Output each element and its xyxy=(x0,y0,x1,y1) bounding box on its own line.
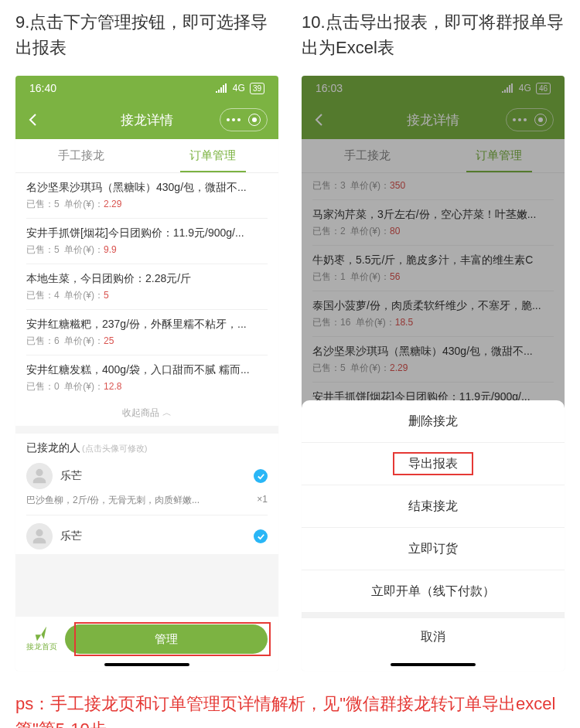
content-area: 已售：3 单价(¥)：350 马家沟芹菜，3斤左右/份，空心芹菜！叶茎嫩... … xyxy=(302,173,565,411)
product-list: 名沙坚果沙琪玛（黑糖味）430g/包，微甜不... 已售：5 单价(¥)：2.2… xyxy=(15,173,278,400)
product-meta: 已售：2 单价(¥)：80 xyxy=(312,225,554,238)
product-item[interactable]: 马家沟芹菜，3斤左右/份，空心芹菜！叶茎嫩... 已售：2 单价(¥)：80 xyxy=(312,200,554,246)
product-meta: 已售：5 单价(¥)：2.29 xyxy=(26,198,268,211)
sheet-delete[interactable]: 删除接龙 xyxy=(302,400,565,443)
participants-box: 已接龙的人(点击头像可修改) 乐芒 巴沙鱼柳，2斤/份，无骨无刺，肉质鲜嫩...… xyxy=(15,434,278,554)
signal-icon xyxy=(502,83,514,93)
more-icon[interactable] xyxy=(227,118,241,121)
network-label: 4G xyxy=(519,83,531,94)
sheet-open-offline[interactable]: 立即开单（线下付款） xyxy=(302,570,565,613)
product-name: 名沙坚果沙琪玛（黑糖味）430g/包，微甜不... xyxy=(312,345,554,359)
avatar[interactable] xyxy=(26,523,53,549)
tabs: 手工接龙 订单管理 xyxy=(302,139,565,173)
home-button[interactable]: 接龙首页 xyxy=(26,626,57,652)
check-icon xyxy=(254,529,268,543)
back-icon[interactable] xyxy=(312,113,326,127)
participant-order: 巴沙鱼柳，2斤/份，无骨无刺，肉质鲜嫩...×1 xyxy=(26,494,268,515)
screenshot-step-9: 16:40 4G 39 接龙详情 手工接龙 订单管理 xyxy=(15,76,278,671)
participants-header: 已接龙的人(点击头像可修改) xyxy=(26,441,268,455)
product-item[interactable]: 已售：3 单价(¥)：350 xyxy=(312,173,554,200)
status-time: 16:40 xyxy=(29,82,56,94)
close-target-icon[interactable] xyxy=(534,114,547,126)
battery-indicator: 39 xyxy=(250,83,264,94)
chevron-up-icon: ︿ xyxy=(162,407,172,420)
product-meta: 已售：3 单价(¥)：350 xyxy=(312,179,554,192)
product-name: 牛奶枣，5.5元/斤，脆皮多汁，丰富的维生素C xyxy=(312,253,554,267)
product-item[interactable]: 本地生菜，今日团购价：2.28元/斤 已售：4 单价(¥)：5 xyxy=(26,264,268,310)
product-list: 已售：3 单价(¥)：350 马家沟芹菜，3斤左右/份，空心芹菜！叶茎嫩... … xyxy=(302,173,565,411)
product-item[interactable]: 安井手抓饼[烟花]今日团购价：11.9元/900g/... 已售：5 单价(¥)… xyxy=(26,219,268,264)
sheet-restock[interactable]: 立即订货 xyxy=(302,528,565,570)
product-name: 名沙坚果沙琪玛（黑糖味）430g/包，微甜不... xyxy=(26,181,268,195)
product-name: 安井红糖糍粑，237g/份，外酥里糯不粘牙，... xyxy=(26,318,268,332)
miniprogram-menu[interactable] xyxy=(506,108,554,131)
footer-note: ps：手工接龙页和订单管理页详情解析，见"微信群接龙转订单导出excel篇"第5… xyxy=(15,691,565,728)
product-meta: 已售：16 单价(¥)：18.5 xyxy=(312,316,554,329)
product-name: 本地生菜，今日团购价：2.28元/斤 xyxy=(26,272,268,286)
product-meta: 已售：5 单价(¥)：9.9 xyxy=(26,243,268,257)
status-bar: 16:03 4G 46 xyxy=(302,76,565,100)
product-meta: 已售：5 单价(¥)：2.29 xyxy=(312,362,554,375)
product-meta: 已售：4 单价(¥)：5 xyxy=(26,289,268,302)
action-sheet: 删除接龙 导出报表 结束接龙 立即订货 立即开单（线下付款） 取消 xyxy=(302,400,565,671)
header-title: 接龙详情 xyxy=(407,111,459,129)
close-target-icon[interactable] xyxy=(248,114,261,126)
status-bar: 16:40 4G 39 xyxy=(15,76,278,100)
app-header: 接龙详情 xyxy=(302,100,565,139)
product-name: 泰国小菠萝/份，肉质柔软纤维少，不塞牙，脆... xyxy=(312,299,554,313)
app-header: 接龙详情 xyxy=(15,100,278,139)
home-indicator xyxy=(391,663,476,666)
collapse-products[interactable]: 收起商品︿ xyxy=(15,400,278,426)
signal-icon xyxy=(216,83,228,93)
check-icon xyxy=(254,469,268,483)
home-indicator xyxy=(104,663,189,666)
screenshot-step-10: 16:03 4G 46 接龙详情 xyxy=(302,76,565,671)
product-item[interactable]: 安井红糖糍粑，237g/份，外酥里糯不粘牙，... 已售：6 单价(¥)：25 xyxy=(26,310,268,355)
product-meta: 已售：0 单价(¥)：12.8 xyxy=(26,380,268,393)
sheet-cancel[interactable]: 取消 xyxy=(302,613,565,655)
caption-left: 9.点击下方管理按钮，即可选择导出报表 xyxy=(15,9,278,60)
product-item[interactable]: 名沙坚果沙琪玛（黑糖味）430g/包，微甜不... 已售：5 单价(¥)：2.2… xyxy=(26,173,268,219)
network-label: 4G xyxy=(233,83,245,94)
product-name: 马家沟芹菜，3斤左右/份，空心芹菜！叶茎嫩... xyxy=(312,208,554,222)
participant-row[interactable]: 乐芒 xyxy=(26,515,268,554)
manage-button[interactable]: 管理 xyxy=(65,624,268,654)
avatar[interactable] xyxy=(26,463,53,489)
participant-name: 乐芒 xyxy=(60,529,246,543)
more-icon[interactable] xyxy=(513,118,527,121)
tabs: 手工接龙 订单管理 xyxy=(15,139,278,173)
product-meta: 已售：1 单价(¥)：56 xyxy=(312,270,554,284)
product-name: 安井红糖发糕，400g/袋，入口甜而不腻 糯而... xyxy=(26,363,268,377)
sheet-export[interactable]: 导出报表 xyxy=(302,443,565,485)
product-item[interactable]: 泰国小菠萝/份，肉质柔软纤维少，不塞牙，脆... 已售：16 单价(¥)：18.… xyxy=(312,291,554,337)
tab-manual[interactable]: 手工接龙 xyxy=(15,139,147,172)
product-item[interactable]: 安井红糖发糕，400g/袋，入口甜而不腻 糯而... 已售：0 单价(¥)：12… xyxy=(26,355,268,400)
product-name: 安井手抓饼[烟花]今日团购价：11.9元/900g/... xyxy=(26,226,268,240)
tab-orders[interactable]: 订单管理 xyxy=(147,139,278,172)
product-item[interactable]: 名沙坚果沙琪玛（黑糖味）430g/包，微甜不... 已售：5 单价(¥)：2.2… xyxy=(312,337,554,383)
participant-name: 乐芒 xyxy=(60,469,246,483)
header-title: 接龙详情 xyxy=(121,111,173,129)
content-area: 名沙坚果沙琪玛（黑糖味）430g/包，微甜不... 已售：5 单价(¥)：2.2… xyxy=(15,173,278,671)
back-icon[interactable] xyxy=(26,113,40,127)
sheet-end[interactable]: 结束接龙 xyxy=(302,485,565,528)
product-item[interactable]: 牛奶枣，5.5元/斤，脆皮多汁，丰富的维生素C 已售：1 单价(¥)：56 xyxy=(312,246,554,291)
participant-row[interactable]: 乐芒 xyxy=(26,455,268,494)
caption-right: 10.点击导出报表，即可将群报单导出为Excel表 xyxy=(302,9,565,60)
product-meta: 已售：6 单价(¥)：25 xyxy=(26,335,268,348)
miniprogram-menu[interactable] xyxy=(220,108,268,131)
battery-indicator: 46 xyxy=(536,83,551,94)
tab-manual[interactable]: 手工接龙 xyxy=(302,139,433,172)
status-time: 16:03 xyxy=(316,82,343,94)
tab-orders[interactable]: 订单管理 xyxy=(433,139,565,172)
